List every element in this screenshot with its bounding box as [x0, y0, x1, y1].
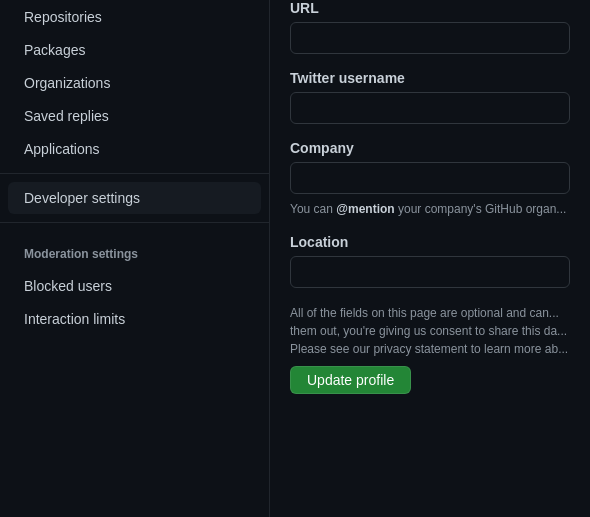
- main-content: URL Twitter username Company You can @me…: [270, 0, 590, 517]
- sidebar-divider-2: [0, 222, 269, 223]
- optional-hint-line3: Please see our privacy statement to lear…: [290, 342, 568, 356]
- company-field-group: Company You can @mention your company's …: [290, 140, 570, 218]
- optional-hint-line2: them out, you're giving us consent to sh…: [290, 324, 567, 338]
- sidebar: Repositories Packages Organizations Save…: [0, 0, 270, 517]
- update-profile-button[interactable]: Update profile: [290, 366, 411, 394]
- sidebar-item-applications[interactable]: Applications: [8, 133, 261, 165]
- sidebar-item-interaction-limits[interactable]: Interaction limits: [8, 303, 261, 335]
- sidebar-item-repositories[interactable]: Repositories: [8, 1, 261, 33]
- location-label: Location: [290, 234, 570, 250]
- mention-strong: @mention: [336, 202, 394, 216]
- company-hint-prefix: You can: [290, 202, 336, 216]
- optional-hint: All of the fields on this page are optio…: [290, 304, 570, 358]
- sidebar-item-saved-replies[interactable]: Saved replies: [8, 100, 261, 132]
- moderation-settings-header: Moderation settings: [8, 231, 261, 269]
- company-input[interactable]: [290, 162, 570, 194]
- url-label: URL: [290, 0, 570, 16]
- sidebar-item-blocked-users[interactable]: Blocked users: [8, 270, 261, 302]
- url-input[interactable]: [290, 22, 570, 54]
- sidebar-divider-1: [0, 173, 269, 174]
- twitter-input[interactable]: [290, 92, 570, 124]
- location-field-group: Location: [290, 234, 570, 288]
- sidebar-item-organizations[interactable]: Organizations: [8, 67, 261, 99]
- twitter-field-group: Twitter username: [290, 70, 570, 124]
- twitter-label: Twitter username: [290, 70, 570, 86]
- url-field-group: URL: [290, 0, 570, 54]
- company-hint-suffix: your company's GitHub organ...: [398, 202, 566, 216]
- sidebar-nav: Repositories Packages Organizations Save…: [0, 1, 269, 335]
- company-label: Company: [290, 140, 570, 156]
- company-hint: You can @mention your company's GitHub o…: [290, 200, 570, 218]
- sidebar-item-packages[interactable]: Packages: [8, 34, 261, 66]
- location-input[interactable]: [290, 256, 570, 288]
- sidebar-item-developer-settings[interactable]: Developer settings: [8, 182, 261, 214]
- optional-hint-line1: All of the fields on this page are optio…: [290, 306, 559, 320]
